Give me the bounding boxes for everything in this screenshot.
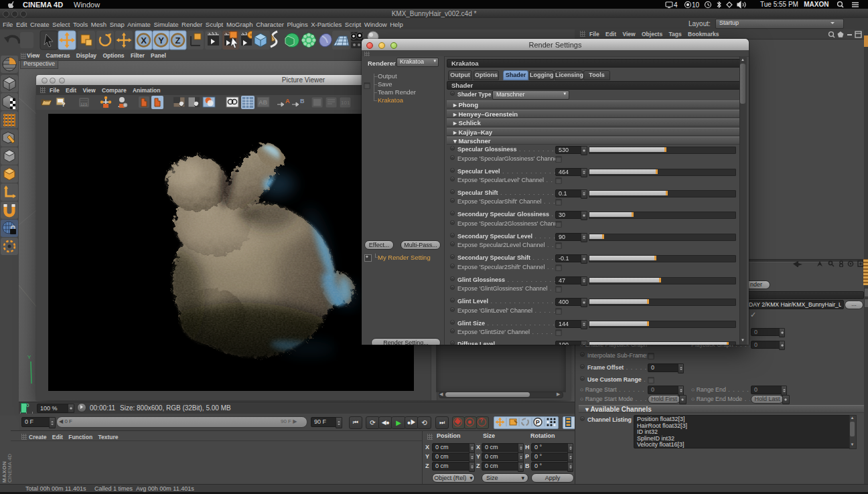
svg-text:10: 10 <box>692 1 700 9</box>
svg-text:AB: AB <box>259 99 267 106</box>
svg-text:?: ? <box>62 101 66 108</box>
svg-text:X: X <box>141 35 147 46</box>
svg-text:4: 4 <box>674 1 678 9</box>
svg-text:101: 101 <box>341 100 350 106</box>
svg-text:B: B <box>300 98 305 104</box>
svg-text:P: P <box>536 419 540 426</box>
svg-text:123: 123 <box>80 102 88 106</box>
svg-text:Z: Z <box>175 35 181 46</box>
svg-text:Y: Y <box>158 35 164 46</box>
svg-text:Y: Y <box>27 354 31 360</box>
svg-text:A: A <box>285 98 290 104</box>
